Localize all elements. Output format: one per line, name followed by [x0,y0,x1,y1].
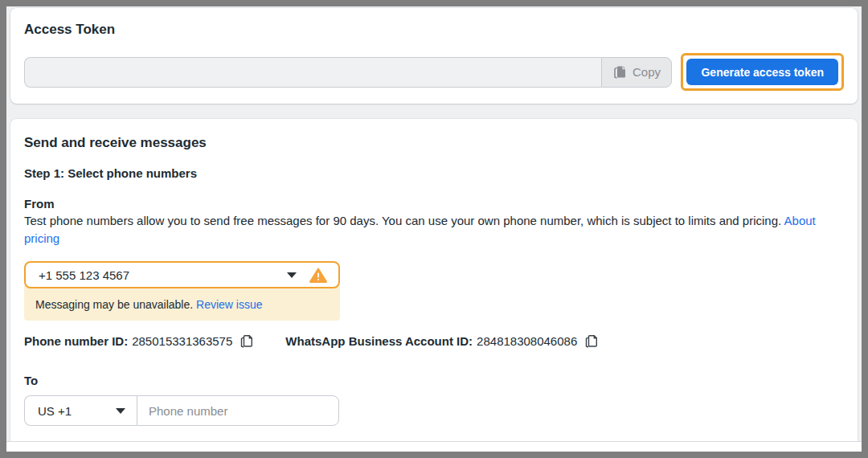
phone-number-id-item: Phone number ID: 285015331363575 [24,333,253,349]
chevron-down-icon [116,408,125,414]
token-row: Copy Generate access token [24,53,844,91]
review-issue-link[interactable]: Review issue [196,298,262,311]
waba-id-label: WhatsApp Business Account ID: [285,334,473,348]
messaging-warning-banner: Messaging may be unavailable. Review iss… [24,285,340,321]
country-code-value: US +1 [38,404,116,418]
copy-phone-id-icon[interactable] [240,333,253,349]
from-number-select[interactable]: +1 555 123 4567 [24,261,340,288]
access-token-title: Access Token [24,22,844,38]
access-token-input[interactable] [24,57,601,88]
copy-waba-id-icon[interactable] [585,333,598,349]
send-receive-card: Send and receive messages Step 1: Select… [10,119,858,447]
selected-phone-number: +1 555 123 4567 [39,268,287,282]
generate-access-token-button[interactable]: Generate access token [686,59,838,85]
from-description-text: Test phone numbers allow you to send fre… [24,214,784,227]
waba-id-value: 284818308046086 [477,334,577,348]
copy-icon [613,64,627,80]
phone-number-id-value: 285015331363575 [132,334,232,348]
bottom-bar [6,441,862,452]
to-block: To US +1 [24,374,844,426]
copy-button-label: Copy [633,65,661,79]
warning-text: Messaging may be unavailable. [35,298,196,311]
warning-icon [309,268,327,283]
to-phone-number-input[interactable] [137,395,339,426]
phone-number-id-label: Phone number ID: [24,334,128,348]
from-description: Test phone numbers allow you to send fre… [24,212,844,247]
to-label: To [24,374,844,387]
tutorial-highlight-outline: Generate access token [681,53,844,91]
to-input-group: US +1 [24,395,844,426]
access-token-card: Access Token Copy Generate access to [10,8,858,104]
app-window: Access Token Copy Generate access to [0,0,868,458]
copy-token-button[interactable]: Copy [601,57,672,88]
token-input-group: Copy [24,57,672,88]
waba-id-item: WhatsApp Business Account ID: 2848183080… [285,333,598,349]
from-label: From [24,197,844,211]
step-title: Step 1: Select phone numbers [24,166,844,180]
chevron-down-icon [287,272,297,278]
ids-row: Phone number ID: 285015331363575 WhatsAp… [24,333,844,349]
country-code-select[interactable]: US +1 [24,395,137,426]
send-receive-title: Send and receive messages [24,135,844,151]
